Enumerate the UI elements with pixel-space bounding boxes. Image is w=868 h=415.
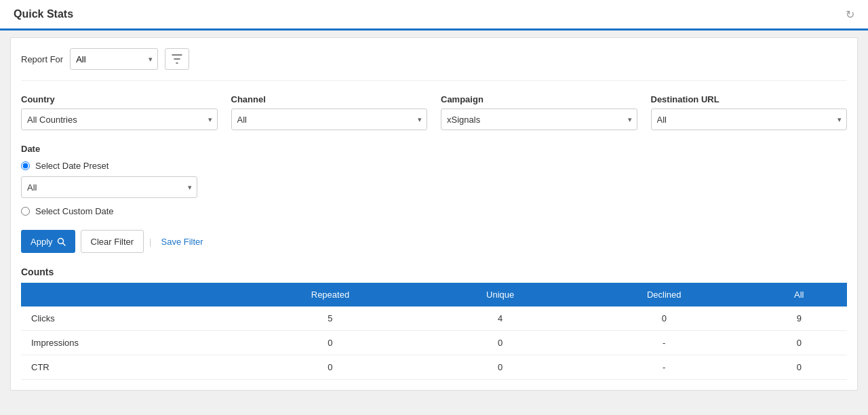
filter-icon-button[interactable]	[165, 48, 189, 70]
channel-select-wrapper: All	[231, 108, 428, 130]
counts-row-clicks-unique: 4	[423, 307, 577, 331]
campaign-filter-group: Campaign xSignals	[441, 94, 637, 130]
counts-col-label	[21, 283, 237, 307]
divider: |	[149, 237, 151, 247]
filter-icon	[172, 54, 182, 64]
counts-row-impressions-declined: -	[577, 331, 751, 355]
destination-url-label: Destination URL	[651, 94, 848, 104]
date-preset-select[interactable]: All	[21, 176, 197, 198]
counts-col-repeated: Repeated	[237, 283, 423, 307]
counts-row-ctr-unique: 0	[423, 355, 577, 380]
counts-table-body: Clicks 5 4 0 9 Impressions 0 0 - 0 C	[21, 307, 847, 380]
counts-col-unique: Unique	[423, 283, 577, 307]
report-for-select[interactable]: All	[70, 48, 158, 70]
clear-filter-button[interactable]: Clear Filter	[81, 230, 144, 253]
action-buttons: Apply Clear Filter | Save Filter	[21, 230, 847, 253]
report-for-row: Report For All	[21, 48, 847, 81]
country-select[interactable]: All Countries	[21, 108, 218, 130]
destination-url-select[interactable]: All	[651, 108, 848, 130]
date-preset-radio-option: Select Date Preset	[21, 161, 847, 171]
counts-row-label-ctr: CTR	[21, 355, 237, 380]
date-custom-radio-label[interactable]: Select Custom Date	[35, 206, 114, 216]
refresh-icon[interactable]: ↻	[846, 8, 854, 21]
country-filter-group: Country All Countries	[21, 94, 218, 130]
date-section: Date Select Date Preset All Select Custo…	[21, 144, 847, 216]
date-preset-select-wrapper: All	[21, 176, 197, 198]
counts-row-label-clicks: Clicks	[21, 307, 237, 331]
report-for-select-wrapper: All	[70, 48, 158, 70]
counts-col-declined: Declined	[577, 283, 751, 307]
counts-row-ctr-repeated: 0	[237, 355, 423, 380]
apply-button[interactable]: Apply	[21, 230, 75, 253]
counts-section: Counts Repeated Unique Declined All Clic…	[21, 266, 847, 380]
counts-row-impressions-unique: 0	[423, 331, 577, 355]
date-label: Date	[21, 144, 847, 154]
counts-row-impressions-all: 0	[751, 331, 848, 355]
campaign-label: Campaign	[441, 94, 637, 104]
counts-row-label-impressions: Impressions	[21, 331, 237, 355]
counts-row-clicks-repeated: 5	[237, 307, 423, 331]
date-preset-radio[interactable]	[21, 161, 30, 170]
header: Quick Stats ↻	[0, 0, 868, 31]
page-title: Quick Stats	[14, 8, 73, 20]
country-label: Country	[21, 94, 218, 104]
destination-url-select-wrapper: All	[651, 108, 848, 130]
filters-row: Country All Countries Channel All	[21, 94, 847, 130]
destination-url-filter-group: Destination URL All	[651, 94, 848, 130]
channel-label: Channel	[231, 94, 428, 104]
counts-title: Counts	[21, 266, 847, 277]
counts-row-ctr-declined: -	[577, 355, 751, 380]
counts-row-ctr: CTR 0 0 - 0	[21, 355, 847, 380]
channel-select[interactable]: All	[231, 108, 428, 130]
counts-row-impressions-repeated: 0	[237, 331, 423, 355]
counts-col-all: All	[751, 283, 848, 307]
counts-row-clicks-all: 9	[751, 307, 848, 331]
filters-section: Country All Countries Channel All	[21, 94, 847, 130]
search-icon	[57, 237, 66, 246]
country-select-wrapper: All Countries	[21, 108, 218, 130]
svg-line-1	[62, 243, 65, 245]
counts-table-header: Repeated Unique Declined All	[21, 283, 847, 307]
counts-row-clicks-declined: 0	[577, 307, 751, 331]
date-preset-radio-label[interactable]: Select Date Preset	[35, 161, 108, 171]
counts-header-row: Repeated Unique Declined All	[21, 283, 847, 307]
report-for-label: Report For	[21, 54, 63, 64]
date-custom-radio[interactable]	[21, 207, 30, 216]
date-custom-radio-option: Select Custom Date	[21, 206, 847, 216]
channel-filter-group: Channel All	[231, 94, 428, 130]
save-filter-button[interactable]: Save Filter	[157, 237, 208, 247]
counts-table: Repeated Unique Declined All Clicks 5 4 …	[21, 283, 847, 380]
campaign-select[interactable]: xSignals	[441, 108, 637, 130]
counts-row-ctr-all: 0	[751, 355, 848, 380]
apply-label: Apply	[31, 237, 53, 247]
counts-row-clicks: Clicks 5 4 0 9	[21, 307, 847, 331]
counts-row-impressions: Impressions 0 0 - 0	[21, 331, 847, 355]
campaign-select-wrapper: xSignals	[441, 108, 637, 130]
main-content: Report For All Country Al	[10, 37, 858, 391]
page-wrapper: Quick Stats ↻ Report For All Cou	[0, 0, 868, 415]
